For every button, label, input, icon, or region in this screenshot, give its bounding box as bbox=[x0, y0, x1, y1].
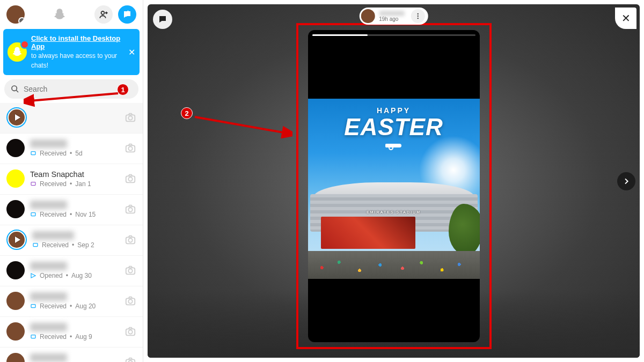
chat-item[interactable]: FriendReceived•5d bbox=[0, 134, 143, 164]
svg-rect-10 bbox=[31, 213, 35, 216]
chat-name: Friend bbox=[30, 353, 67, 362]
chat-list: FriendReceived•5dTeam SnapchatReceived•J… bbox=[0, 103, 143, 362]
svg-point-20 bbox=[128, 299, 132, 303]
friend-avatar[interactable] bbox=[6, 292, 25, 310]
new-chat-button[interactable] bbox=[118, 5, 136, 24]
friend-avatar[interactable] bbox=[6, 139, 25, 157]
status-icon bbox=[30, 334, 36, 340]
chat-item[interactable]: FriendOpened•Aug 30 bbox=[0, 256, 143, 286]
chat-status: Received•Aug 20 bbox=[30, 302, 119, 310]
friend-avatar[interactable] bbox=[6, 261, 25, 279]
svg-point-9 bbox=[128, 177, 132, 181]
friend-avatar[interactable] bbox=[6, 200, 25, 218]
story-author-name: name bbox=[379, 11, 405, 16]
status-icon bbox=[30, 181, 36, 187]
annotation-arrow-2 bbox=[185, 112, 292, 138]
chat-status: Received•Aug 9 bbox=[30, 333, 119, 341]
svg-point-6 bbox=[128, 146, 132, 150]
friend-avatar[interactable] bbox=[6, 353, 25, 362]
story-menu-button[interactable] bbox=[411, 9, 425, 23]
story-card[interactable]: HAPPY EASTER EMIRATES STADIUM bbox=[308, 30, 480, 342]
camera-icon[interactable] bbox=[125, 173, 136, 184]
chat-item[interactable]: Team SnapchatReceived•Jan 1 bbox=[0, 164, 143, 195]
camera-icon[interactable] bbox=[125, 112, 136, 123]
chat-button[interactable] bbox=[153, 10, 172, 29]
svg-point-30 bbox=[418, 18, 419, 19]
svg-line-31 bbox=[195, 117, 286, 133]
svg-point-15 bbox=[128, 238, 132, 242]
svg-point-1 bbox=[12, 86, 17, 91]
status-icon bbox=[32, 242, 39, 248]
svg-point-17 bbox=[128, 269, 132, 272]
play-icon bbox=[9, 232, 25, 248]
story-timestamp: 19h ago bbox=[379, 17, 405, 22]
chat-name: Team Snapchat bbox=[30, 170, 84, 179]
camera-icon[interactable] bbox=[125, 264, 136, 276]
friend-avatar[interactable] bbox=[6, 322, 25, 341]
friend-avatar[interactable] bbox=[6, 169, 25, 188]
chat-item[interactable]: ContactReceived•Sep 2 bbox=[0, 225, 143, 256]
story-text-line2: EASTER bbox=[308, 114, 480, 141]
story-author-avatar[interactable] bbox=[361, 9, 375, 23]
app-root: Click to install the Desktop App to alwa… bbox=[0, 0, 644, 362]
venue-label: EMIRATES STADIUM bbox=[367, 210, 421, 214]
ghost-icon bbox=[8, 42, 27, 62]
gear-icon bbox=[18, 17, 25, 24]
svg-point-29 bbox=[418, 16, 419, 17]
chat-name: Friend bbox=[30, 139, 67, 148]
camera-icon[interactable] bbox=[125, 356, 136, 362]
status-icon bbox=[30, 303, 36, 309]
chat-item[interactable]: FriendReceived•Aug 2 bbox=[0, 348, 143, 362]
chat-name: Friend bbox=[30, 262, 67, 270]
chat-item[interactable]: FriendReceived•Aug 20 bbox=[0, 286, 143, 317]
promo-subtitle: to always have access to your chats! bbox=[31, 52, 117, 69]
search-icon bbox=[11, 85, 19, 93]
search-input[interactable] bbox=[24, 85, 132, 93]
camera-icon[interactable] bbox=[125, 295, 136, 307]
chat-name: Friend bbox=[30, 201, 67, 209]
story-viewer: ✕ name 19h ago HAPPY EASTER bbox=[148, 4, 640, 358]
chat-item[interactable]: FriendReceived•Aug 9 bbox=[0, 317, 143, 348]
play-icon bbox=[9, 109, 25, 125]
chat-status: Received•Jan 1 bbox=[30, 180, 119, 188]
chat-status: Received•Sep 2 bbox=[32, 241, 119, 249]
add-friend-button[interactable] bbox=[94, 5, 113, 24]
chat-name: Contact bbox=[32, 231, 74, 240]
camera-icon[interactable] bbox=[125, 142, 136, 154]
close-story-button[interactable]: ✕ bbox=[615, 8, 636, 29]
svg-point-23 bbox=[128, 330, 132, 334]
camera-icon[interactable] bbox=[125, 234, 136, 246]
close-icon[interactable]: ✕ bbox=[128, 47, 135, 57]
status-icon bbox=[30, 150, 36, 157]
svg-rect-21 bbox=[31, 335, 35, 338]
install-desktop-banner[interactable]: Click to install the Desktop App to alwa… bbox=[3, 29, 140, 75]
chat-item[interactable]: FriendReceived•Nov 15 bbox=[0, 195, 143, 225]
svg-point-12 bbox=[128, 208, 132, 211]
annotation-badge-2: 2 bbox=[181, 107, 193, 119]
promo-title: Click to install the Desktop App bbox=[31, 34, 123, 50]
camera-icon[interactable] bbox=[125, 203, 136, 215]
svg-rect-7 bbox=[31, 182, 35, 186]
svg-point-28 bbox=[418, 13, 419, 14]
chat-name: Friend bbox=[30, 292, 67, 301]
chat-item[interactable] bbox=[0, 103, 143, 134]
story-progress-fill bbox=[312, 34, 368, 36]
snapchat-ghost-icon bbox=[52, 7, 67, 22]
svg-rect-4 bbox=[31, 152, 35, 155]
sidebar: Click to install the Desktop App to alwa… bbox=[0, 0, 143, 362]
story-progress-track bbox=[312, 34, 475, 36]
chat-status: Received•Nov 15 bbox=[30, 211, 119, 218]
chat-status: Opened•Aug 30 bbox=[30, 272, 119, 279]
friend-avatar[interactable] bbox=[9, 109, 25, 125]
next-story-button[interactable] bbox=[617, 172, 635, 190]
chat-name: Friend bbox=[30, 323, 67, 331]
annotation-badge-1: 1 bbox=[117, 84, 129, 95]
friend-avatar[interactable] bbox=[9, 232, 25, 248]
profile-avatar[interactable] bbox=[6, 5, 25, 24]
status-icon bbox=[30, 272, 36, 279]
svg-rect-18 bbox=[31, 305, 35, 308]
camera-icon[interactable] bbox=[125, 326, 136, 337]
sidebar-header bbox=[0, 0, 143, 29]
story-header: name 19h ago bbox=[359, 8, 428, 25]
svg-point-3 bbox=[128, 116, 132, 120]
